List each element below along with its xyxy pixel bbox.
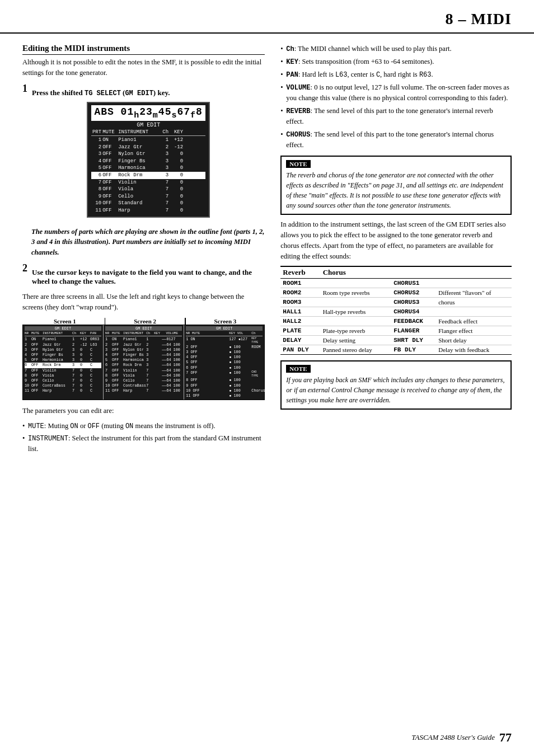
note-2-text: If you are playing back an SMF which inc…	[286, 375, 506, 405]
intro-text: Although it is not possible to edit the …	[22, 57, 265, 78]
section-title: Editing the MIDI instruments	[22, 44, 265, 55]
chorus-val: SHRT DLY	[391, 336, 436, 345]
mini-row: 9OFFCello70C	[25, 378, 101, 383]
mini-row: 4 OFF● 100	[186, 355, 263, 360]
reverb-val: HALL2	[280, 317, 320, 326]
mini-row: 8 OFF● 100	[186, 378, 263, 383]
mini-row: 1ONPiano11——0127	[105, 337, 182, 342]
table-header-row: Reverb Chorus	[280, 266, 512, 279]
mini-row: 11OFFHarp70C	[25, 388, 101, 393]
page-footer: TASCAM 2488 User's Guide 77	[411, 730, 512, 745]
mini-row: 11OFFHarp7——64 100	[105, 388, 182, 393]
screen-label-3: Screen 3	[186, 318, 265, 325]
mini-header2: NR MUTE INSTRUMENT Ch KEY VOLUME	[105, 331, 182, 336]
table-row-last: PAN DLY Panned stereo delay FB DLY Delay…	[280, 345, 512, 355]
mini-row: 4OFFFinger Bs30C	[25, 353, 101, 358]
chorus-val: CHORUS3	[391, 298, 436, 307]
table-row: HALL2 FEEDBACK Feedback effect	[280, 317, 512, 326]
step1-key2: GM EDIT	[125, 90, 153, 97]
left-column: Editing the MIDI instruments Although it…	[22, 44, 265, 458]
step1-label: Press the shifted TG SELECT (GM EDIT) ke…	[32, 88, 265, 97]
after-note-text: In addition to the instrument settings, …	[280, 219, 512, 261]
screen-label-2: Screen 2	[105, 318, 185, 325]
reverb-desc: Panned stereo delay	[321, 345, 391, 355]
mini-row: 7OFFViolin7——64 100	[105, 368, 182, 373]
screen-row: 11 OFF Harp 7 0	[91, 207, 205, 214]
table-row: ROOM1 CHORUS1	[280, 279, 512, 288]
page-title: 8 – MIDI	[446, 10, 512, 28]
mini-row: 1ONPiano11+120R63	[25, 337, 101, 342]
chorus-desc	[436, 307, 512, 317]
screen-row: 8 OFF Viola 7 0	[91, 186, 205, 193]
screen-row: 3 OFF Nylon Gtr 3 0	[91, 151, 205, 158]
reverb-col-header: Reverb	[280, 266, 320, 279]
reverb-val: PLATE	[280, 326, 320, 336]
param-mute: MUTE: Muting ON or OFF (muting ON means …	[22, 421, 265, 431]
mini-row: 9OFFCello7——64 100	[105, 378, 182, 383]
param-key: KEY: Sets transposition (from +63 to -64…	[280, 57, 512, 67]
mini-row: 10OFFContraBass70C	[25, 383, 101, 388]
mini-row: 2OFFJazz Gtr2——64 100	[105, 342, 182, 348]
param-reverb: REVERB: The send level of this part to t…	[280, 106, 512, 127]
screen-row: 1 ON Piano1 1 +12	[91, 137, 205, 144]
table-row: HALL1 Hall-type reverbs CHORUS4	[280, 307, 512, 317]
chorus-val: CHORUS2	[391, 288, 436, 298]
mini-screen-1-title: GM EDIT	[25, 326, 101, 331]
mini-row: 3OFFNylon Gtr30C	[25, 348, 101, 353]
mini-row: 10OFFContraBass7——64 100	[105, 383, 182, 388]
screens-container: Screen 1 Screen 2 Screen 3 GM EDIT NR MU…	[22, 318, 265, 400]
mini-row: 7 OFF● 100CHO TYPE	[186, 370, 263, 378]
params-title: The parameters you can edit are:	[22, 406, 265, 416]
screen-row: 7 OFF Violin 7 0	[91, 179, 205, 186]
table-row: ROOM2 Room type reverbs CHORUS2 Differen…	[280, 288, 512, 298]
mini-row: 6OFFRock Drm3——64 100	[105, 363, 182, 368]
reverb-desc: Delay setting	[321, 336, 391, 345]
step1-content: Press the shifted TG SELECT (GM EDIT) ke…	[32, 83, 265, 222]
step1-number: 1	[22, 83, 27, 95]
mini-row: 11 OFF● 100	[186, 393, 263, 398]
mini-row: 5 OFF● 100	[186, 360, 263, 365]
mini-screen-2-title: GM EDIT	[105, 326, 182, 331]
mini-screen-2: GM EDIT NR MUTE INSTRUMENT Ch KEY VOLUME…	[104, 325, 184, 400]
table-row: DELAY Delay setting SHRT DLY Short delay	[280, 336, 512, 345]
param-ch: Ch: The MIDI channel which will be used …	[280, 44, 512, 54]
chorus-desc: Short delay	[436, 336, 512, 345]
chorus-desc: Feedback effect	[436, 317, 512, 326]
mini-row: 8OFFViola70C	[25, 373, 101, 378]
screen-row: 2 OFF Jazz Gtr 2 -12	[91, 144, 205, 151]
chorus-desc: Delay with feedback	[436, 345, 512, 355]
reverb-val: HALL1	[280, 307, 320, 317]
mini-row: 7OFFViolin70C	[25, 368, 101, 373]
param-instrument: INSTRUMENT: Select the instrument for th…	[22, 433, 265, 454]
page-header: 8 – MIDI	[0, 0, 534, 34]
chorus-desc	[436, 279, 512, 288]
mini-row-highlight: 6OFFRock Drm30C	[25, 363, 101, 368]
three-screens: GM EDIT NR MUTE INSTRUMENT Ch KEY PAN 1O…	[22, 325, 265, 400]
table-row: ROOM3 CHORUS3 chorus	[280, 298, 512, 307]
chorus-val: FEEDBACK	[391, 317, 436, 326]
mini-row: 5OFFHarmonica30C	[25, 358, 101, 363]
note-box-1: NOTE The reverb and chorus of the tone g…	[280, 156, 512, 215]
reverb-val: DELAY	[280, 336, 320, 345]
screen-header: PRT MUTE INSTRUMENT Ch KEY	[91, 129, 205, 136]
step2-row: 2 Use the cursor keys to navigate to the…	[22, 262, 265, 288]
mini-screen-1: GM EDIT NR MUTE INSTRUMENT Ch KEY PAN 1O…	[23, 325, 104, 400]
mini-header: NR MUTE INSTRUMENT Ch KEY PAN	[25, 331, 101, 336]
step2-label: Use the cursor keys to navigate to the f…	[32, 268, 265, 286]
mini-row: 2OFFJazz Gtr2-12L63	[25, 342, 101, 348]
effects-table: Reverb Chorus ROOM1 CHORUS1 ROOM2 Room t…	[280, 266, 512, 355]
chorus-desc: Different "flavors" of	[436, 288, 512, 298]
step1-row: 1 Press the shifted TG SELECT (GM EDIT) …	[22, 83, 265, 222]
mini-row: 4OFFFinger Bs3——64 100	[105, 353, 182, 358]
mini-row: 3OFFNylon Gtr3——64 100	[105, 348, 182, 353]
chorus-val: FLANGER	[391, 326, 436, 336]
screen-row: 10 OFF Standard 7 0	[91, 200, 205, 207]
param-chorus: CHORUS: The send level of this part to t…	[280, 129, 512, 151]
reverb-val: PAN DLY	[280, 345, 320, 355]
reverb-desc	[321, 317, 391, 326]
mini-header3: NR MUTE KEY VOL Ch	[186, 331, 263, 336]
reverb-val: ROOM2	[280, 288, 320, 298]
screen-row-highlight: 6 OFF Rock Drm 3 0	[91, 172, 205, 179]
mini-screen-3: GM EDIT NR MUTE KEY VOL Ch 1 ON127 ●127K…	[184, 325, 264, 400]
screen-row: 4 OFF Finger Bs 3 0	[91, 158, 205, 165]
